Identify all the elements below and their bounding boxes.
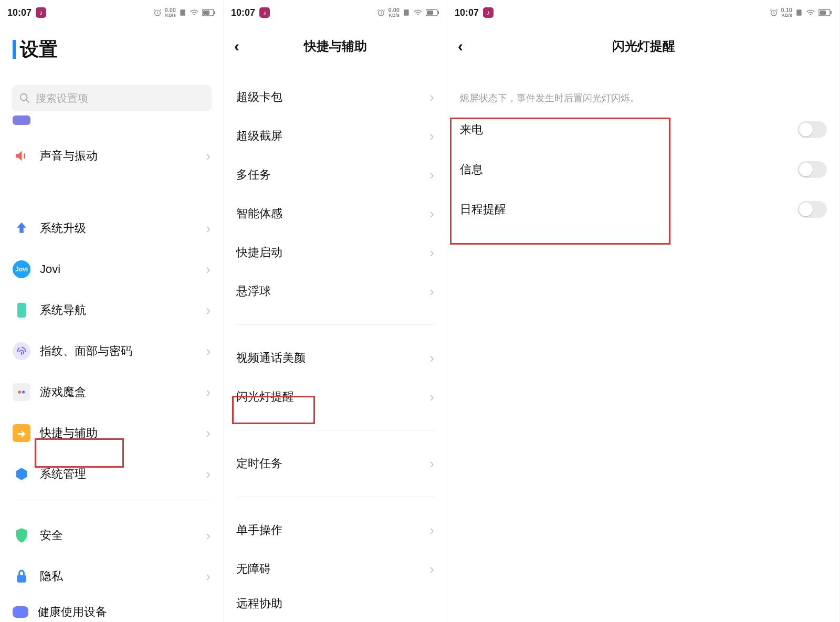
chevron-right-icon: › — [206, 148, 211, 164]
svg-point-5 — [20, 94, 27, 101]
battery-icon — [426, 9, 439, 16]
status-icons: 0.10KB/s — [770, 7, 832, 18]
status-bar: 10:07 ♪ 0.00KB/s — [224, 0, 447, 25]
chevron-right-icon: › — [206, 425, 211, 441]
row-smart-sense[interactable]: 智能体感 › — [224, 194, 447, 233]
row-accessibility[interactable]: 无障碍 › — [224, 550, 447, 588]
svg-rect-1 — [180, 9, 185, 16]
alarm-icon — [153, 8, 162, 17]
status-time: 10:07 — [231, 7, 255, 18]
page-description: 熄屏状态下，事件发生时后置闪光灯闪烁。 — [447, 81, 839, 110]
jovi-icon: Jovi — [13, 260, 30, 278]
row-scheduled-task[interactable]: 定时任务 › — [224, 444, 447, 483]
row-multitask[interactable]: 多任务 › — [224, 155, 447, 194]
partial-row — [0, 114, 223, 135]
svg-point-7 — [18, 391, 22, 394]
toggle-calendar-reminder[interactable]: 日程提醒 — [447, 189, 839, 229]
svg-rect-9 — [17, 575, 26, 583]
search-icon — [19, 92, 30, 104]
settings-panel: 10:07 ♪ 0.00KB/s 设置 搜索设置项 声音与振 — [0, 0, 224, 622]
search-placeholder: 搜索设置项 — [36, 91, 88, 106]
search-input[interactable]: 搜索设置项 — [12, 85, 212, 111]
alarm-icon — [377, 8, 385, 17]
row-privacy[interactable]: 隐私 › — [0, 556, 223, 597]
fingerprint-icon — [13, 342, 30, 360]
battery-icon — [202, 9, 216, 16]
tiktok-icon: ♪ — [483, 7, 494, 18]
alarm-icon — [770, 8, 778, 17]
svg-point-8 — [22, 391, 25, 394]
chevron-right-icon: › — [206, 568, 211, 585]
row-shortcuts[interactable]: 快捷与辅助 › — [0, 413, 223, 454]
flash-alert-panel: 10:07 ♪ 0.10KB/s ‹ 闪光灯提醒 熄屏状态下，事件发生时后置闪光… — [447, 0, 840, 622]
status-bar: 10:07 ♪ 0.10KB/s — [447, 0, 839, 25]
sim-icon — [795, 9, 803, 16]
row-one-hand[interactable]: 单手操作 › — [224, 511, 447, 550]
chevron-right-icon: › — [429, 389, 434, 405]
privacy-icon — [13, 567, 30, 585]
chevron-right-icon: › — [429, 561, 434, 577]
row-floating-ball[interactable]: 悬浮球 › — [224, 272, 447, 311]
row-game-box[interactable]: 游戏魔盒 › — [0, 372, 223, 413]
row-system-upgrade[interactable]: 系统升级 › — [0, 208, 223, 249]
chevron-right-icon: › — [429, 283, 434, 300]
row-jovi[interactable]: Jovi Jovi › — [0, 249, 223, 290]
back-button[interactable]: ‹ — [458, 37, 463, 55]
chevron-right-icon: › — [206, 466, 211, 482]
chevron-right-icon: › — [206, 528, 211, 544]
toggle-incoming-call[interactable]: 来电 — [447, 110, 839, 150]
status-icons: 0.00KB/s — [377, 7, 439, 18]
chevron-right-icon: › — [206, 220, 211, 237]
settings-header: 设置 — [0, 25, 223, 69]
chevron-right-icon: › — [206, 343, 211, 360]
chevron-right-icon: › — [429, 128, 434, 144]
svg-rect-6 — [17, 303, 26, 318]
chevron-right-icon: › — [429, 206, 434, 222]
toggle-switch[interactable] — [797, 201, 827, 218]
svg-rect-16 — [796, 9, 801, 16]
row-sound[interactable]: 声音与振动 › — [0, 135, 223, 176]
row-super-card[interactable]: 超级卡包 › — [224, 78, 447, 117]
chevron-right-icon: › — [206, 302, 211, 319]
svg-rect-3 — [203, 10, 209, 15]
chevron-right-icon: › — [206, 384, 211, 400]
row-flash-alert[interactable]: 闪光灯提醒 › — [224, 377, 447, 416]
page-title: 闪光灯提醒 — [612, 38, 675, 55]
chevron-right-icon: › — [429, 89, 434, 106]
wifi-icon — [413, 9, 423, 16]
upgrade-icon — [13, 219, 30, 237]
shortcuts-panel: 10:07 ♪ 0.00KB/s ‹ 快捷与辅助 超级卡包 › 超级截屏 › 多… — [224, 0, 447, 622]
row-system-manage[interactable]: 系统管理 › — [0, 454, 223, 494]
svg-rect-11 — [404, 9, 408, 16]
row-video-beauty[interactable]: 视频通话美颜 › — [224, 339, 447, 377]
svg-rect-14 — [438, 11, 439, 14]
system-manage-icon — [13, 465, 30, 483]
wifi-icon — [806, 9, 815, 16]
wifi-icon — [190, 9, 199, 16]
row-security[interactable]: 安全 › — [0, 515, 223, 556]
row-biometrics[interactable]: 指纹、面部与密码 › — [0, 331, 223, 372]
status-bar: 10:07 ♪ 0.00KB/s — [0, 0, 223, 25]
page-header: ‹ 闪光灯提醒 — [447, 30, 839, 62]
status-time: 10:07 — [455, 7, 479, 18]
navigation-icon — [13, 301, 30, 319]
battery-icon — [818, 9, 832, 16]
toggle-message[interactable]: 信息 — [447, 150, 839, 189]
row-navigation[interactable]: 系统导航 › — [0, 290, 223, 331]
row-health[interactable]: 健康使用设备 — [0, 597, 223, 622]
page-title: 快捷与辅助 — [304, 38, 367, 55]
chevron-right-icon: › — [429, 167, 434, 183]
sim-icon — [179, 9, 186, 16]
toggle-switch[interactable] — [797, 161, 827, 178]
toggle-switch[interactable] — [797, 121, 827, 138]
row-remote-assist[interactable]: 远程协助 — [224, 588, 447, 618]
health-icon — [13, 606, 28, 618]
gamebox-icon — [13, 383, 30, 401]
row-quick-launch[interactable]: 快捷启动 › — [224, 233, 447, 272]
status-icons: 0.00KB/s — [153, 7, 216, 18]
chevron-right-icon: › — [429, 522, 434, 539]
row-super-screenshot[interactable]: 超级截屏 › — [224, 117, 447, 155]
tiktok-icon: ♪ — [36, 7, 46, 18]
back-button[interactable]: ‹ — [234, 37, 239, 55]
security-icon — [13, 526, 30, 544]
